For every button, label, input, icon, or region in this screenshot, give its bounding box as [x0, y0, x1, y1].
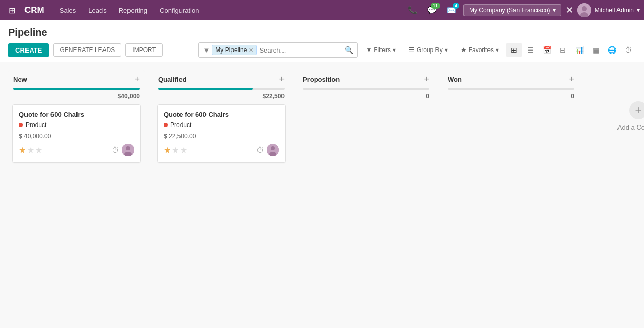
kanban-card-new-0[interactable]: Quote for 600 Chairs Product $ 40,000.00…	[12, 104, 141, 163]
create-button[interactable]: CREATE	[8, 43, 49, 57]
calendar-view-btn[interactable]: 📅	[539, 43, 554, 57]
svg-point-1	[582, 6, 587, 11]
filters-button[interactable]: ▼ Filters ▾	[360, 43, 401, 57]
card-actions-new-0: ⏱	[112, 144, 134, 156]
chart-view-btn[interactable]: 📊	[572, 43, 587, 57]
favorites-button[interactable]: ★ Favorites ▾	[455, 43, 504, 57]
kanban-column-proposition: Proposition + 0	[298, 70, 434, 309]
add-column-area: + Add a Column	[587, 70, 644, 309]
avatar-image	[577, 3, 591, 17]
column-amount-won: 0	[443, 92, 579, 104]
card-title-new-0: Quote for 600 Chairs	[19, 111, 134, 118]
card-tag-qualified-0: Product	[164, 121, 279, 129]
star-1-new-0[interactable]: ★	[19, 145, 26, 155]
add-card-new-btn[interactable]: +	[134, 74, 140, 84]
svg-point-7	[271, 146, 275, 150]
user-name: Mitchell Admin	[595, 7, 634, 14]
card-amount-new-0: $ 40,000.00	[19, 133, 134, 140]
toolbar: CREATE GENERATE LEADS IMPORT ▼ My Pipeli…	[0, 38, 644, 62]
top-navigation: ⊞ CRM Sales Leads Reporting Configuratio…	[0, 0, 644, 20]
add-card-qualified-btn[interactable]: +	[279, 74, 285, 84]
column-header-qualified: Qualified +	[153, 70, 290, 88]
group-by-icon: ☰	[409, 46, 415, 54]
page-title: Pipeline	[8, 27, 636, 38]
kanban-card-qualified-0[interactable]: Quote for 600 Chairs Product $ 22,500.00…	[157, 104, 286, 163]
tag-dot-qualified-0	[164, 123, 168, 127]
close-btn[interactable]: ✕	[565, 5, 573, 16]
search-button[interactable]: 🔍	[345, 46, 353, 54]
column-header-won: Won +	[443, 70, 579, 88]
card-tag-new-0: Product	[19, 121, 134, 129]
kanban-column-won: Won + 0	[443, 70, 579, 309]
column-amount-new: $40,000	[8, 92, 145, 104]
nav-sales[interactable]: Sales	[55, 0, 82, 20]
svg-point-4	[126, 146, 130, 150]
filter-icon: ▼	[366, 46, 372, 54]
list-view-btn[interactable]: ☰	[523, 43, 538, 57]
search-input[interactable]	[259, 46, 345, 54]
view-controls: ⊞ ☰ 📅 ⊟ 📊 ▦ 🌐 ⏱	[506, 43, 636, 57]
map-view-btn[interactable]: 🌐	[604, 43, 620, 57]
progress-bar-won	[448, 88, 574, 90]
card-stars-new-0[interactable]: ★ ★ ★	[19, 145, 42, 155]
kanban-view-btn[interactable]: ⊞	[506, 43, 522, 57]
column-title-qualified: Qualified	[158, 75, 279, 83]
generate-leads-button[interactable]: GENERATE LEADS	[53, 43, 121, 57]
nav-reporting[interactable]: Reporting	[114, 0, 152, 20]
message-badge: 4	[453, 3, 459, 9]
star-icon: ★	[461, 46, 467, 54]
nav-configuration[interactable]: Configuration	[154, 0, 204, 20]
nav-links: Sales Leads Reporting Configuration	[55, 0, 405, 20]
star-3-new-0[interactable]: ★	[35, 145, 42, 155]
company-selector[interactable]: My Company (San Francisco) ▾	[463, 4, 561, 16]
card-avatar-new-0	[122, 144, 134, 156]
my-pipeline-filter-tag[interactable]: My Pipeline ✕	[212, 45, 257, 55]
column-header-proposition: Proposition +	[298, 70, 434, 88]
page-title-bar: Pipeline	[0, 20, 644, 38]
progress-fill-qualified	[158, 88, 253, 90]
top-nav-right: 📞 💬 11 ✉️ 4 My Company (San Francisco) ▾…	[405, 3, 640, 18]
search-filter-icon: ▼	[203, 46, 210, 54]
user-avatar	[577, 3, 591, 17]
group-by-button[interactable]: ☰ Group By ▾	[403, 43, 453, 57]
activity-icon-new-0[interactable]: ⏱	[112, 146, 119, 154]
column-amount-qualified: $22,500	[153, 92, 290, 104]
progress-bar-new	[13, 88, 140, 90]
pipeline-content: New + $40,000 Quote for 600 Chairs Produ…	[0, 62, 644, 317]
star-3-qualified-0[interactable]: ★	[180, 145, 187, 155]
kanban-column-qualified: Qualified + $22,500 Quote for 600 Chairs…	[153, 70, 290, 309]
star-1-qualified-0[interactable]: ★	[164, 145, 171, 155]
card-avatar-qualified-0	[267, 144, 279, 156]
add-card-won-btn[interactable]: +	[569, 74, 574, 84]
star-2-new-0[interactable]: ★	[27, 145, 34, 155]
add-column-label: Add a Column	[617, 123, 644, 131]
apps-menu-icon[interactable]: ⊞	[4, 3, 19, 18]
table-view-btn[interactable]: ⊟	[555, 43, 571, 57]
column-title-new: New	[13, 75, 134, 83]
user-menu[interactable]: Mitchell Admin ▾	[577, 3, 640, 17]
add-card-proposition-btn[interactable]: +	[424, 74, 429, 84]
activity-icon-qualified-0[interactable]: ⏱	[256, 146, 264, 154]
remove-filter-icon[interactable]: ✕	[249, 47, 253, 54]
progress-bar-qualified	[158, 88, 285, 90]
activity-view-btn[interactable]: ⏱	[621, 43, 636, 57]
column-amount-proposition: 0	[298, 92, 434, 104]
card-stars-qualified-0[interactable]: ★ ★ ★	[164, 145, 187, 155]
chat-badge: 11	[431, 3, 440, 9]
add-column-button[interactable]: +	[629, 101, 644, 119]
search-bar: ▼ My Pipeline ✕ 🔍	[198, 42, 358, 58]
star-2-qualified-0[interactable]: ★	[172, 145, 179, 155]
import-button[interactable]: IMPORT	[125, 43, 162, 57]
tag-dot-new-0	[19, 123, 23, 127]
card-title-qualified-0: Quote for 600 Chairs	[164, 111, 279, 118]
column-title-proposition: Proposition	[303, 75, 424, 83]
message-notifications-btn[interactable]: ✉️ 4	[444, 3, 459, 18]
toolbar-right: ▼ My Pipeline ✕ 🔍 ▼ Filters ▾ ☰ Group By…	[198, 42, 636, 58]
nav-leads[interactable]: Leads	[83, 0, 111, 20]
chat-notifications-btn[interactable]: 💬 11	[425, 3, 440, 18]
progress-fill-new	[13, 88, 140, 90]
app-title: CRM	[24, 5, 44, 15]
phone-icon[interactable]: 📞	[405, 3, 421, 18]
kanban-column-new: New + $40,000 Quote for 600 Chairs Produ…	[8, 70, 145, 309]
bar-chart-view-btn[interactable]: ▦	[588, 43, 603, 57]
